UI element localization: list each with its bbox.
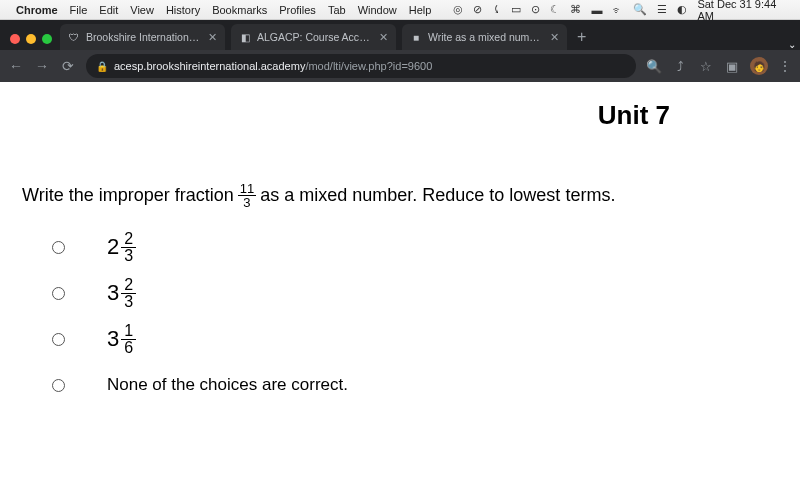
close-tab-icon[interactable]: ✕	[379, 31, 388, 44]
tab-title: ALGACP: Course Access	[257, 31, 371, 43]
radio-button[interactable]	[52, 241, 65, 254]
browser-tab[interactable]: 🛡 Brookshire International Acade ✕	[60, 24, 225, 50]
menubar-clock[interactable]: Sat Dec 31 9:44 AM	[697, 0, 792, 22]
bookmark-star-icon[interactable]: ☆	[698, 59, 714, 74]
close-tab-icon[interactable]: ✕	[550, 31, 559, 44]
menu-bookmarks[interactable]: Bookmarks	[212, 4, 267, 16]
chrome-window: 🛡 Brookshire International Acade ✕ ◧ ALG…	[0, 20, 800, 500]
control-center-icon[interactable]: ☰	[657, 3, 667, 16]
answer-choice[interactable]: None of the choices are correct.	[52, 365, 770, 405]
menu-view[interactable]: View	[130, 4, 154, 16]
minimize-window-button[interactable]	[26, 34, 36, 44]
tab-title: Write as a mixed number 1 5/6	[428, 31, 542, 43]
reload-button[interactable]: ⟳	[60, 58, 76, 74]
fraction-denominator: 3	[241, 196, 252, 209]
radio-button[interactable]	[52, 379, 65, 392]
url-domain: acesp.brookshireinternational.academy	[114, 60, 305, 72]
moon-icon[interactable]: ☾	[550, 3, 560, 16]
fraction-numerator: 2	[121, 277, 136, 294]
profile-avatar[interactable]: 🧑	[750, 57, 768, 75]
fraction-part: 2 3	[121, 277, 136, 310]
radio-button[interactable]	[52, 287, 65, 300]
fraction-denominator: 3	[121, 294, 136, 310]
whole-part: 2	[107, 234, 119, 260]
search-icon[interactable]: 🔍	[646, 59, 662, 74]
browser-tab[interactable]: ■ Write as a mixed number 1 5/6 ✕	[402, 24, 567, 50]
answer-choices: 2 2 3 3 2 3	[22, 227, 770, 405]
share-icon[interactable]: ⤴	[672, 59, 688, 74]
unit-title: Unit 7	[598, 100, 670, 131]
menu-profiles[interactable]: Profiles	[279, 4, 316, 16]
new-tab-button[interactable]: +	[573, 28, 594, 50]
answer-choice[interactable]: 2 2 3	[52, 227, 770, 267]
browser-tab[interactable]: ◧ ALGACP: Course Access ✕	[231, 24, 396, 50]
lock-icon: 🔒	[96, 61, 108, 72]
battery-icon[interactable]: ▬	[591, 4, 602, 16]
menu-history[interactable]: History	[166, 4, 200, 16]
menu-edit[interactable]: Edit	[99, 4, 118, 16]
tab-favicon-icon: ◧	[239, 31, 251, 43]
menu-file[interactable]: File	[70, 4, 88, 16]
menu-help[interactable]: Help	[409, 4, 432, 16]
status-icon[interactable]: ⊘	[473, 3, 482, 16]
browser-toolbar: ← → ⟳ 🔒 acesp.brookshireinternational.ac…	[0, 50, 800, 82]
tab-favicon-icon: ■	[410, 31, 422, 43]
fraction-numerator: 1	[121, 323, 136, 340]
mixed-number: 3 1 6	[107, 323, 136, 356]
question-area: Write the improper fraction 11 3 as a mi…	[22, 182, 770, 411]
whole-part: 3	[107, 326, 119, 352]
page-content: Unit 7 Write the improper fraction 11 3 …	[0, 82, 800, 500]
mac-menubar: Chrome File Edit View History Bookmarks …	[0, 0, 800, 20]
status-icon[interactable]: ⊙	[531, 3, 540, 16]
bluetooth-icon[interactable]: ⌘	[570, 3, 581, 16]
maximize-window-button[interactable]	[42, 34, 52, 44]
extensions-icon[interactable]: ▣	[724, 59, 740, 74]
prompt-text: Write the improper fraction	[22, 184, 234, 207]
tab-favicon-icon: 🛡	[68, 31, 80, 43]
fraction-numerator: 11	[238, 182, 256, 196]
menu-window[interactable]: Window	[358, 4, 397, 16]
answer-choice[interactable]: 3 1 6	[52, 319, 770, 359]
status-icon[interactable]: ◎	[453, 3, 463, 16]
window-controls	[6, 34, 60, 50]
whole-part: 3	[107, 280, 119, 306]
status-icon[interactable]: ⤹	[492, 3, 501, 16]
prompt-text: as a mixed number. Reduce to lowest term…	[260, 184, 615, 207]
search-icon[interactable]: 🔍	[633, 3, 647, 16]
tab-list-chevron-icon[interactable]: ⌄	[788, 39, 796, 50]
fraction-numerator: 2	[121, 231, 136, 248]
menu-tab[interactable]: Tab	[328, 4, 346, 16]
mixed-number: 2 2 3	[107, 231, 136, 264]
answer-choice[interactable]: 3 2 3	[52, 273, 770, 313]
siri-icon[interactable]: ◐	[677, 3, 687, 16]
tab-strip: 🛡 Brookshire International Acade ✕ ◧ ALG…	[0, 20, 800, 50]
mixed-number: 3 2 3	[107, 277, 136, 310]
close-window-button[interactable]	[10, 34, 20, 44]
chrome-menu-button[interactable]: ⋮	[778, 58, 792, 74]
forward-button[interactable]: →	[34, 58, 50, 74]
radio-button[interactable]	[52, 333, 65, 346]
choice-text: None of the choices are correct.	[107, 375, 348, 395]
prompt-fraction: 11 3	[238, 182, 256, 209]
fraction-denominator: 6	[121, 340, 136, 356]
tab-title: Brookshire International Acade	[86, 31, 200, 43]
question-prompt: Write the improper fraction 11 3 as a mi…	[22, 182, 770, 209]
app-menu[interactable]: Chrome	[16, 4, 58, 16]
fraction-denominator: 3	[121, 248, 136, 264]
wifi-icon[interactable]: ᯤ	[612, 4, 623, 16]
close-tab-icon[interactable]: ✕	[208, 31, 217, 44]
display-icon[interactable]: ▭	[511, 3, 521, 16]
back-button[interactable]: ←	[8, 58, 24, 74]
address-bar[interactable]: 🔒 acesp.brookshireinternational.academy/…	[86, 54, 636, 78]
fraction-part: 1 6	[121, 323, 136, 356]
url-path: /mod/lti/view.php?id=9600	[305, 60, 432, 72]
fraction-part: 2 3	[121, 231, 136, 264]
